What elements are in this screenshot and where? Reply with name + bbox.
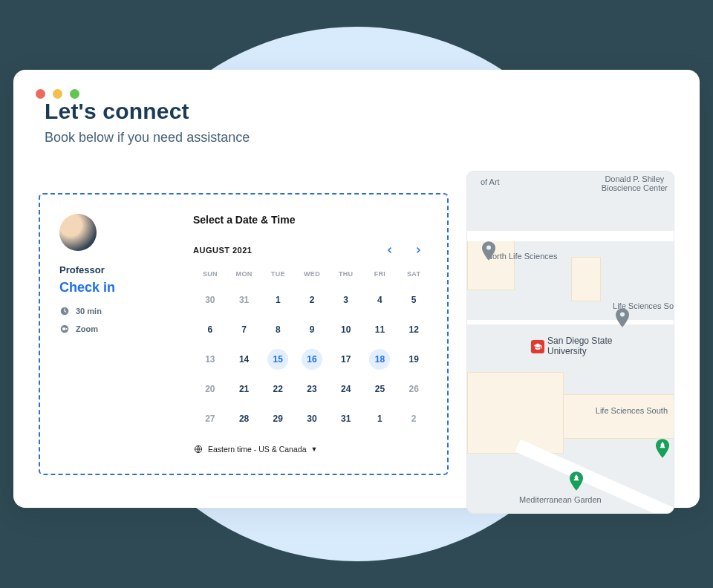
- calendar-day: 23: [295, 377, 329, 401]
- event-title: Check in: [59, 280, 171, 295]
- calendar-day: 2: [397, 407, 431, 431]
- calendar-weekday-header: SAT: [397, 267, 431, 282]
- page-title: Let's connect: [45, 99, 674, 124]
- calendar-title: Select a Date & Time: [193, 214, 431, 226]
- calendar-day: 14: [227, 347, 261, 371]
- minimize-window-button[interactable]: [53, 89, 62, 99]
- map-tree-pin-icon: [656, 439, 669, 458]
- map-label: of Art: [481, 177, 500, 186]
- host-info: Professor Check in 30 min: [59, 214, 171, 454]
- calendar-day: 6: [193, 318, 227, 342]
- calendar-day: 31: [329, 407, 363, 431]
- calendar-day: 30: [193, 288, 227, 312]
- prev-month-button[interactable]: [383, 244, 397, 257]
- close-window-button[interactable]: [36, 89, 45, 99]
- host-role-label: Professor: [59, 264, 171, 275]
- globe-icon: [193, 444, 204, 454]
- calendar-day: 17: [329, 347, 363, 371]
- calendar-month-label: AUGUST 2021: [193, 246, 252, 255]
- calendar-day: 25: [363, 377, 397, 401]
- timezone-selector[interactable]: Eastern time - US & Canada ▼: [193, 444, 431, 454]
- host-avatar: [59, 214, 97, 251]
- duration-label: 30 min: [76, 307, 102, 316]
- location-row: Zoom: [59, 324, 171, 334]
- map-center-label: San Diego State University: [547, 336, 637, 357]
- graduation-cap-icon: [531, 340, 544, 353]
- calendar-day: 4: [363, 288, 397, 312]
- calendar-weekday-header: THU: [329, 267, 363, 282]
- timezone-label: Eastern time - US & Canada: [208, 445, 306, 454]
- calendar-day: 1: [363, 407, 397, 431]
- map-pin-icon: [616, 308, 629, 327]
- map-pin-icon: [482, 241, 495, 261]
- calendar-day: 3: [329, 288, 363, 312]
- calendar-day: 1: [261, 288, 295, 312]
- page-subtitle: Book below if you need assistance: [45, 130, 674, 146]
- next-month-button[interactable]: [411, 244, 425, 257]
- calendar-day: 30: [295, 407, 329, 431]
- calendar-day-available[interactable]: 15: [261, 347, 295, 371]
- duration-row: 30 min: [59, 306, 171, 316]
- calendar-day: 22: [261, 377, 295, 401]
- svg-point-3: [486, 246, 491, 250]
- calendar-day: 5: [397, 288, 431, 312]
- calendar-day: 31: [227, 288, 261, 312]
- calendar: Select a Date & Time AUGUST 2021: [193, 214, 431, 454]
- calendar-day: 21: [227, 377, 261, 401]
- map-center-marker[interactable]: San Diego State University: [531, 336, 637, 357]
- calendar-weekday-header: MON: [227, 267, 261, 282]
- map-tree-pin-icon: [570, 471, 583, 491]
- calendar-day: 13: [193, 347, 227, 371]
- map-label: North Life Sciences: [486, 252, 557, 261]
- calendar-day: 27: [193, 407, 227, 431]
- calendar-weekday-header: FRI: [363, 267, 397, 282]
- calendar-day: 26: [397, 377, 431, 401]
- svg-point-4: [620, 313, 625, 317]
- video-icon: [59, 324, 70, 334]
- calendar-day-available[interactable]: 18: [363, 347, 397, 371]
- clock-icon: [59, 306, 70, 316]
- booking-section: Professor Check in 30 min: [39, 171, 449, 514]
- calendar-day: 2: [295, 288, 329, 312]
- calendar-day: 7: [227, 318, 261, 342]
- calendar-weekday-header: WED: [295, 267, 329, 282]
- calendar-day: 20: [193, 377, 227, 401]
- calendar-day: 29: [261, 407, 295, 431]
- booking-panel: Professor Check in 30 min: [39, 193, 449, 475]
- location-label: Zoom: [76, 324, 98, 333]
- map-label: Donald P. Shiley Bioscience Center: [602, 174, 668, 192]
- calendar-day: 11: [363, 318, 397, 342]
- calendar-weekday-header: TUE: [261, 267, 295, 282]
- window-controls: [36, 89, 674, 99]
- calendar-day: 10: [329, 318, 363, 342]
- maximize-window-button[interactable]: [70, 89, 79, 99]
- calendar-day: 8: [261, 318, 295, 342]
- calendar-day-available[interactable]: 16: [295, 347, 329, 371]
- calendar-day: 9: [295, 318, 329, 342]
- calendar-day: 19: [397, 347, 431, 371]
- chevron-down-icon: ▼: [310, 445, 317, 453]
- app-window: Let's connect Book below if you need ass…: [13, 70, 700, 508]
- calendar-day: 28: [227, 407, 261, 431]
- calendar-weekday-header: SUN: [193, 267, 227, 282]
- map-widget[interactable]: of Art Donald P. Shiley Bioscience Cente…: [466, 171, 674, 514]
- calendar-day: 12: [397, 318, 431, 342]
- map-label: Mediterranean Garden: [519, 495, 602, 504]
- calendar-day: 24: [329, 377, 363, 401]
- map-label: Life Sciences South: [596, 406, 668, 415]
- calendar-grid: SUNMONTUEWEDTHUFRISAT3031123456789101112…: [193, 267, 431, 431]
